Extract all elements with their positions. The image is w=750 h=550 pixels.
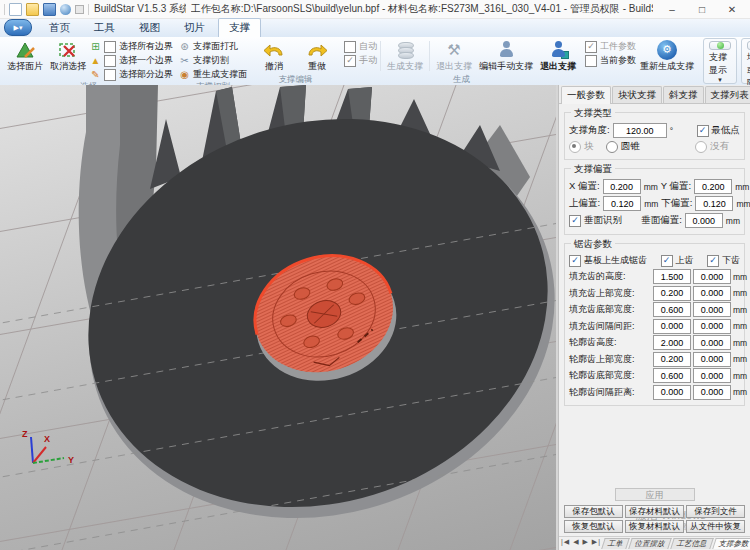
upper-tooth-checkbox[interactable] (661, 255, 673, 267)
save-to-file-button[interactable]: 保存到文件 (686, 505, 745, 518)
contour-tooth-bottom-width-input2[interactable] (693, 368, 731, 383)
restore-from-file-button[interactable]: 从文件中恢复 (686, 520, 745, 533)
vertical-face-label: 垂面识别 (584, 214, 622, 227)
tab-view[interactable]: 视图 (128, 18, 171, 37)
radio-none[interactable] (695, 141, 707, 153)
tab-home[interactable]: 首页 (38, 18, 81, 37)
divider (429, 41, 430, 71)
base-sawtooth-checkbox[interactable] (569, 255, 581, 267)
fill-tooth-top-width-input2[interactable] (693, 286, 731, 301)
new-file-icon[interactable] (9, 3, 22, 16)
regen-surface-button[interactable]: ◉ 重生成支撑面 (179, 68, 247, 81)
save-icon[interactable] (43, 3, 56, 16)
contour-tooth-height-input2[interactable] (693, 335, 731, 350)
about-icon[interactable] (60, 4, 71, 15)
undo-button[interactable]: 撤消 (253, 38, 295, 73)
select-patch-icon (14, 39, 36, 60)
redo-button[interactable]: 重做 (296, 38, 338, 73)
radio-cone[interactable] (606, 141, 618, 153)
fill-tooth-bottom-width-input[interactable] (653, 302, 691, 317)
up-offset-label: 上偏置: (569, 197, 600, 210)
minimize-button[interactable]: – (658, 1, 686, 17)
exit-support-button-2[interactable]: 退出支撑 (537, 38, 579, 73)
group-label-support-edit: 支撑编辑 (253, 74, 338, 85)
maximize-button[interactable]: □ (688, 1, 716, 17)
redo-icon (306, 39, 328, 60)
support-cut-button[interactable]: ✂ 支撑切割 (179, 54, 247, 67)
triangle-icon: ▲ (90, 56, 101, 66)
edit-manual-support-button[interactable]: 编辑手动支撑 (476, 38, 536, 73)
select-all-boundary-row: ⊞ 选择所有边界 (90, 40, 173, 53)
led-icon (709, 41, 731, 50)
person-disc-icon (499, 39, 514, 60)
radio-block[interactable] (569, 141, 581, 153)
radio-none-label: 没有 (710, 140, 729, 153)
regen-support-button[interactable]: ⚙ 重新生成支撑 (637, 38, 697, 73)
up-offset-input[interactable] (603, 196, 641, 211)
angle-input[interactable] (613, 123, 667, 138)
restore-package-default-button[interactable]: 恢复包默认 (564, 520, 623, 533)
save-material-default-button[interactable]: 保存材料默认 (625, 505, 684, 518)
bottom-tab-support-params[interactable]: 支撑参数 (712, 538, 750, 549)
exit-support-button-1[interactable]: ⚒ 退出支撑 (433, 38, 475, 73)
support-display-dropdown[interactable]: 支撑显示 ▼ (703, 38, 737, 84)
x-offset-input[interactable] (603, 179, 641, 194)
tab-general-params[interactable]: 一般参数 (561, 86, 611, 104)
select-one-boundary-checkbox[interactable] (104, 55, 116, 67)
auto-label: 自动 (359, 40, 377, 53)
open-folder-icon[interactable] (26, 3, 39, 16)
contour-tooth-gap-input2[interactable] (693, 385, 731, 400)
vertical-face-checkbox[interactable] (569, 215, 581, 227)
fill-tooth-gap-input[interactable] (653, 319, 691, 334)
add-remove-support-dropdown[interactable]: 增加或删除支撑 ▼ (741, 38, 750, 84)
restore-material-default-button[interactable]: 恢复材料默认 (625, 520, 684, 533)
select-part-boundary-checkbox[interactable] (104, 69, 116, 81)
apply-button[interactable]: 应用 (615, 488, 695, 501)
workpiece-params-checkbox[interactable] (585, 41, 597, 53)
tab-tools[interactable]: 工具 (83, 18, 126, 37)
fill-tooth-top-width-input[interactable] (653, 286, 691, 301)
base-sawtooth-label: 基板上生成锯齿 (584, 254, 647, 267)
save-package-default-button[interactable]: 保存包默认 (564, 505, 623, 518)
bottom-tab-3[interactable]: 工艺信息 (670, 538, 714, 549)
auto-checkbox[interactable] (344, 41, 356, 53)
bottom-tab-2[interactable]: 位置摆放 (628, 538, 672, 549)
generate-support-button[interactable]: 生成支撑 (384, 38, 426, 73)
fill-tooth-height-input[interactable] (653, 269, 691, 284)
tab-support[interactable]: 支撑 (218, 18, 261, 37)
contour-tooth-height-input[interactable] (653, 335, 691, 350)
tab-slant-support[interactable]: 斜支撑 (663, 86, 704, 103)
select-all-boundary-checkbox[interactable] (104, 41, 116, 53)
fill-tooth-gap-input2[interactable] (693, 319, 731, 334)
y-offset-input[interactable] (694, 179, 732, 194)
manual-checkbox[interactable] (344, 55, 356, 67)
down-offset-input[interactable] (695, 196, 733, 211)
vertical-offset-input[interactable] (685, 213, 723, 228)
window-controls: – □ ✕ (658, 1, 746, 17)
support-punch-button[interactable]: ⊛ 支撑面打孔 (179, 40, 247, 53)
fill-tooth-height-input2[interactable] (693, 269, 731, 284)
contour-tooth-top-width-input2[interactable] (693, 352, 731, 367)
tab-block-support[interactable]: 块状支撑 (612, 86, 662, 103)
fill-tooth-bottom-width-input2[interactable] (693, 302, 731, 317)
manual-checkbox-row: 手动 (344, 54, 377, 67)
contour-tooth-top-width-input[interactable] (653, 352, 691, 367)
sawtooth-params-group: 锯齿参数 基板上生成锯齿 上齿 下齿 填充齿的高度: mm 填充齿上部宽度: m… (564, 243, 745, 406)
marquee-icon: ⊞ (90, 42, 101, 52)
current-params-checkbox[interactable] (585, 55, 597, 67)
close-button[interactable]: ✕ (718, 1, 746, 17)
lowest-point-checkbox[interactable] (697, 125, 709, 137)
upper-tooth-label: 上齿 (676, 254, 694, 267)
cancel-select-button[interactable]: 取消选择 (47, 38, 89, 73)
tab-slice[interactable]: 切片 (173, 18, 216, 37)
select-patch-button[interactable]: 选择面片 (4, 38, 46, 73)
lower-tooth-checkbox[interactable] (707, 255, 719, 267)
viewport-3d[interactable]: Z X Y (0, 85, 556, 550)
contour-tooth-bottom-width-input[interactable] (653, 368, 691, 383)
customize-toolbar-icon[interactable] (75, 5, 84, 14)
tab-nav-arrows[interactable]: |◀ ◀ ▶ ▶| (561, 538, 601, 546)
contour-tooth-gap-input[interactable] (653, 385, 691, 400)
bottom-tab-1[interactable]: 工单 (601, 538, 630, 549)
tab-support-list[interactable]: 支撑列表 (705, 86, 750, 103)
app-menu-orb[interactable]: ▶▾ (4, 19, 32, 36)
